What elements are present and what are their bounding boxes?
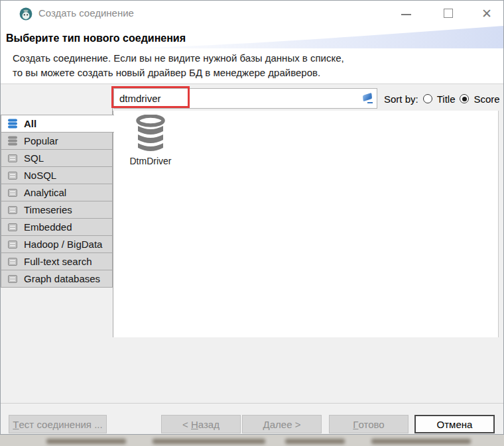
maximize-button[interactable] [438, 6, 458, 22]
sidebar-item-analytical[interactable]: Analytical [1, 184, 113, 201]
database-box-icon [7, 189, 18, 197]
background-blur-artifact [46, 439, 126, 444]
sidebar-item-embedded[interactable]: Embedded [1, 218, 113, 236]
cancel-button[interactable]: Отмена [414, 415, 495, 433]
button-label: отово [358, 419, 384, 430]
window-title: Создать соединение [38, 7, 134, 19]
sort-score-radio[interactable] [460, 94, 469, 103]
minimize-button[interactable] [396, 7, 416, 22]
sidebar-item-label: SQL [24, 152, 44, 164]
button-mnemonic: Г [353, 419, 358, 430]
button-mnemonic: Т [13, 419, 19, 430]
database-box-icon [7, 172, 18, 180]
sort-controls: Sort by: Title Score [384, 91, 500, 106]
minimize-icon [401, 14, 411, 15]
button-label: азад [198, 419, 220, 430]
maximize-icon [444, 9, 453, 18]
background-behind-window [0, 435, 504, 446]
database-box-icon [7, 275, 18, 283]
screenshot-root: Создать соединение ✕ Выберите тип нового… [0, 0, 504, 446]
background-blur-artifact [153, 439, 265, 444]
sidebar-item-label: Analytical [24, 187, 66, 198]
background-blur-artifact [371, 439, 471, 444]
annotation-highlight-box [111, 86, 190, 108]
sidebar-item-label: All [24, 118, 36, 129]
sidebar-item-nosql[interactable]: NoSQL [1, 166, 113, 184]
driver-item-label: DtmDriver [130, 156, 172, 166]
title-bar: Создать соединение ✕ [1, 1, 503, 27]
sidebar-item-label: Popular [24, 135, 58, 146]
eraser-icon [363, 93, 372, 101]
sidebar-item-label: Full-text search [24, 256, 92, 267]
button-mnemonic: Д [263, 419, 270, 430]
sidebar-item-timeseries[interactable]: Timeseries [1, 201, 113, 219]
button-mnemonic: Н [191, 419, 198, 430]
wizard-header-area: Создать соединение ✕ Выберите тип нового… [1, 1, 503, 84]
footer-separator [1, 403, 503, 404]
sidebar-item-sql[interactable]: SQL [1, 149, 113, 167]
page-description-line2: то вы можете создать новый драйвер БД в … [13, 67, 320, 78]
sidebar-item-graph-databases[interactable]: Graph databases [1, 270, 113, 288]
button-label: алее > [270, 419, 301, 430]
database-box-icon [7, 258, 18, 266]
page-description-line1: Создать соединение. Если вы не видите ну… [13, 52, 344, 64]
sidebar-item-fulltext-search[interactable]: Full-text search [1, 252, 113, 270]
database-box-icon [7, 223, 18, 231]
database-stack-icon [7, 119, 18, 129]
button-label: Отмена [437, 419, 473, 430]
sidebar-item-all[interactable]: All [1, 115, 114, 133]
eraser-icon-underline [367, 102, 373, 103]
database-stack-icon [7, 136, 18, 146]
database-box-icon [7, 206, 18, 214]
next-button[interactable]: Далее > [242, 415, 322, 433]
sidebar-item-label: NoSQL [24, 170, 56, 181]
page-title: Выберите тип нового соединения [6, 32, 186, 44]
dbeaver-app-icon [19, 7, 32, 21]
sidebar-item-popular[interactable]: Popular [1, 132, 113, 150]
category-sidebar: All Popular [1, 115, 114, 288]
sort-score-label[interactable]: Score [473, 93, 499, 105]
close-button[interactable]: ✕ [475, 5, 498, 23]
driver-item-dtmdriver[interactable]: DtmDriver [125, 115, 176, 166]
driver-list-panel: DtmDriver [113, 111, 499, 337]
clear-search-button[interactable] [362, 92, 375, 105]
tab-strip-spacer [1, 105, 113, 115]
test-connection-button[interactable]: Тест соединения ... [9, 415, 107, 433]
sort-by-label: Sort by: [384, 93, 418, 105]
database-box-icon [7, 241, 18, 249]
button-label: ест соединения ... [19, 419, 103, 430]
button-label: < [182, 419, 191, 430]
sidebar-item-label: Hadoop / BigData [24, 239, 102, 250]
database-box-icon [7, 154, 18, 162]
finish-button[interactable]: Готово [329, 415, 409, 433]
sort-title-label[interactable]: Title [437, 93, 456, 105]
create-connection-dialog: Создать соединение ✕ Выберите тип нового… [0, 0, 504, 435]
sort-title-radio[interactable] [423, 94, 432, 103]
database-cylinder-icon [135, 115, 166, 153]
sidebar-item-label: Timeseries [24, 204, 72, 215]
back-button[interactable]: < Назад [161, 415, 241, 433]
background-blur-artifact [285, 439, 345, 444]
sidebar-item-label: Embedded [24, 221, 72, 233]
sidebar-item-hadoop-bigdata[interactable]: Hadoop / BigData [1, 235, 113, 253]
sidebar-item-label: Graph databases [24, 273, 100, 284]
